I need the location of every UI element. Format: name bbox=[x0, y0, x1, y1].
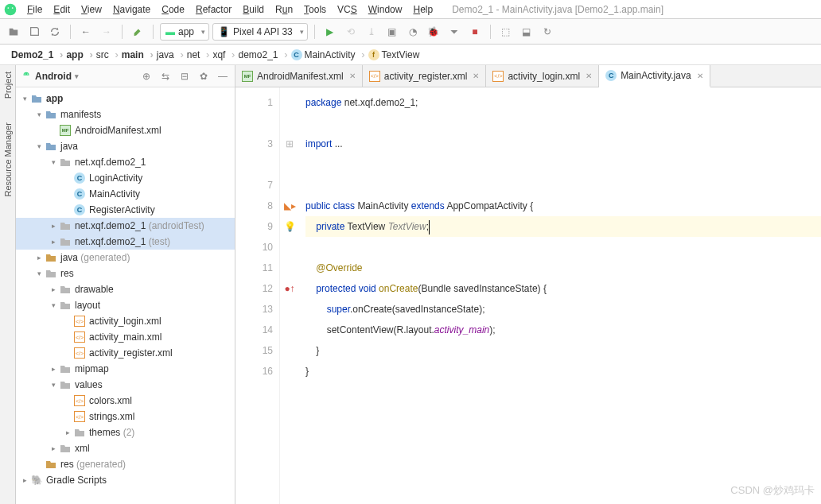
menu-refactor[interactable]: Refactor bbox=[191, 2, 236, 17]
node-androidmanifest[interactable]: ▸MFAndroidManifest.xml bbox=[16, 122, 235, 138]
node-java-gen[interactable]: ▸java (generated) bbox=[16, 250, 235, 266]
crumb-demo21[interactable]: demo2_1 bbox=[232, 48, 284, 62]
node-app[interactable]: ▾app bbox=[16, 91, 235, 107]
node-themes[interactable]: ▸themes (2) bbox=[16, 425, 235, 440]
sync-gradle-button[interactable]: ↻ bbox=[539, 23, 556, 41]
android-icon bbox=[21, 71, 32, 82]
menu-file[interactable]: FFileile bbox=[22, 2, 47, 17]
node-pkg-main[interactable]: ▾net.xqf.demo2_1 bbox=[16, 154, 235, 170]
tab-activity-register[interactable]: </>activity_register.xml✕ bbox=[363, 65, 487, 87]
node-xml[interactable]: ▸xml bbox=[16, 440, 235, 456]
apply-changes-button[interactable]: ⟲ bbox=[342, 23, 360, 41]
tab-androidmanifest[interactable]: MFAndroidManifest.xml✕ bbox=[235, 65, 363, 87]
avd-button[interactable]: ⬚ bbox=[497, 23, 515, 41]
run-line-icon[interactable]: ◣▸ bbox=[280, 196, 299, 216]
menu-code[interactable]: Code bbox=[157, 2, 189, 17]
debug-button[interactable]: ⤓ bbox=[363, 23, 380, 41]
menu-navigate[interactable]: Navigate bbox=[108, 2, 155, 17]
device-selector[interactable]: 📱 Pixel 4 API 33 bbox=[212, 23, 308, 41]
node-values[interactable]: ▾values bbox=[16, 377, 235, 393]
node-activity-login[interactable]: ▸</>activity_login.xml bbox=[16, 313, 235, 329]
fold-icon[interactable]: ⊞ bbox=[280, 134, 299, 154]
menu-run[interactable]: Run bbox=[270, 2, 298, 17]
build-hammer-button[interactable] bbox=[129, 23, 146, 41]
window-title: Demo2_1 - MainActivity.java [Demo2_1.app… bbox=[452, 4, 663, 15]
tab-activity-login[interactable]: </>activity_login.xml✕ bbox=[486, 65, 599, 87]
code-editor[interactable]: 1378910111213141516 ⊞ ◣▸ 💡 ●↑ package ne… bbox=[235, 87, 821, 504]
node-activity-register[interactable]: ▸</>activity_register.xml bbox=[16, 345, 235, 361]
node-colors[interactable]: ▸</>colors.xml bbox=[16, 393, 235, 409]
menu-build[interactable]: Build bbox=[238, 2, 269, 17]
xml-icon: </> bbox=[74, 316, 85, 327]
menu-edit[interactable]: Edit bbox=[49, 2, 75, 17]
settings-icon[interactable]: ✿ bbox=[196, 69, 211, 83]
profile-button[interactable]: ◔ bbox=[404, 23, 422, 41]
attach-button[interactable]: ⏷ bbox=[446, 23, 463, 41]
node-mainactivity[interactable]: ▸CMainActivity bbox=[16, 186, 235, 202]
forward-button[interactable]: → bbox=[98, 23, 115, 41]
node-gradle[interactable]: ▸🐘Gradle Scripts bbox=[16, 472, 235, 488]
select-opened-file-icon[interactable]: ⊕ bbox=[139, 69, 154, 83]
close-icon[interactable]: ✕ bbox=[473, 72, 479, 80]
node-layout[interactable]: ▾layout bbox=[16, 297, 235, 313]
class-icon: C bbox=[605, 70, 617, 81]
node-loginactivity[interactable]: ▸CLoginActivity bbox=[16, 170, 235, 186]
editor-area: MFAndroidManifest.xml✕ </>activity_regis… bbox=[235, 65, 821, 504]
menu-help[interactable]: Help bbox=[408, 2, 438, 17]
crumb-mainactivity[interactable]: CMainActivity bbox=[285, 48, 362, 62]
sdk-button[interactable]: ⬓ bbox=[518, 23, 535, 41]
crumb-app[interactable]: app bbox=[60, 48, 89, 62]
rail-project[interactable]: Project bbox=[3, 72, 13, 99]
node-res[interactable]: ▾res bbox=[16, 266, 235, 281]
svg-point-2 bbox=[12, 7, 14, 9]
menu-tools[interactable]: Tools bbox=[299, 2, 331, 17]
module-selector[interactable]: ▬ app bbox=[160, 23, 209, 41]
run-button[interactable]: ▶ bbox=[321, 23, 339, 41]
code-lines[interactable]: package net.xqf.demo2_1; import ... publ… bbox=[299, 87, 821, 504]
node-strings[interactable]: ▸</>strings.xml bbox=[16, 409, 235, 425]
node-pkg-androidtest[interactable]: ▸net.xqf.demo2_1 (androidTest) bbox=[16, 218, 235, 234]
tab-mainactivity[interactable]: CMainActivity.java✕ bbox=[599, 65, 710, 87]
class-icon: C bbox=[74, 173, 85, 184]
stop-button[interactable]: ■ bbox=[466, 23, 484, 41]
menu-view[interactable]: View bbox=[76, 2, 107, 17]
close-icon[interactable]: ✕ bbox=[697, 72, 703, 80]
hide-icon[interactable]: — bbox=[216, 69, 230, 83]
back-button[interactable]: ← bbox=[77, 23, 95, 41]
node-res-gen[interactable]: ▸res (generated) bbox=[16, 456, 235, 472]
crumb-main[interactable]: main bbox=[115, 48, 150, 62]
module-label: app bbox=[178, 26, 194, 37]
node-drawable[interactable]: ▸drawable bbox=[16, 281, 235, 297]
node-java[interactable]: ▾java bbox=[16, 138, 235, 154]
crumb-java[interactable]: java bbox=[150, 48, 181, 62]
node-manifests[interactable]: ▾manifests bbox=[16, 107, 235, 122]
menu-vcs[interactable]: VCS bbox=[333, 2, 362, 17]
project-sidebar: Android ▾ ⊕ ⇆ ⊟ ✿ — ▾app ▾manifests ▸MFA… bbox=[16, 65, 235, 504]
crumb-net[interactable]: net bbox=[181, 48, 207, 62]
rail-resource-manager[interactable]: Resource Manager bbox=[3, 122, 13, 197]
node-registeractivity[interactable]: ▸CRegisterActivity bbox=[16, 202, 235, 218]
menu-window[interactable]: Window bbox=[364, 2, 407, 17]
coverage-button[interactable]: ▣ bbox=[383, 23, 401, 41]
collapse-icon[interactable]: ⊟ bbox=[177, 69, 192, 83]
override-icon[interactable]: ●↑ bbox=[280, 278, 299, 299]
save-button[interactable] bbox=[25, 23, 43, 41]
xml-icon: </> bbox=[492, 71, 504, 82]
node-mipmap[interactable]: ▸mipmap bbox=[16, 361, 235, 377]
node-pkg-test[interactable]: ▸net.xqf.demo2_1 (test) bbox=[16, 234, 235, 250]
bulb-icon[interactable]: 💡 bbox=[280, 216, 299, 237]
crumb-src[interactable]: src bbox=[90, 48, 115, 62]
bug-button[interactable]: 🐞 bbox=[425, 23, 442, 41]
close-icon[interactable]: ✕ bbox=[586, 72, 592, 80]
expand-all-icon[interactable]: ⇆ bbox=[158, 69, 173, 83]
view-selector[interactable]: Android ▾ bbox=[21, 71, 79, 82]
node-activity-main[interactable]: ▸</>activity_main.xml bbox=[16, 329, 235, 345]
sync-button[interactable] bbox=[46, 23, 64, 41]
open-button[interactable] bbox=[5, 23, 22, 41]
crumb-project[interactable]: Demo2_1 bbox=[5, 48, 60, 62]
xml-icon: </> bbox=[74, 411, 85, 422]
crumb-xqf[interactable]: xqf bbox=[206, 48, 232, 62]
close-icon[interactable]: ✕ bbox=[349, 72, 356, 80]
gutter-icons: ⊞ ◣▸ 💡 ●↑ bbox=[280, 87, 299, 504]
crumb-textview[interactable]: fTextView bbox=[362, 48, 426, 62]
